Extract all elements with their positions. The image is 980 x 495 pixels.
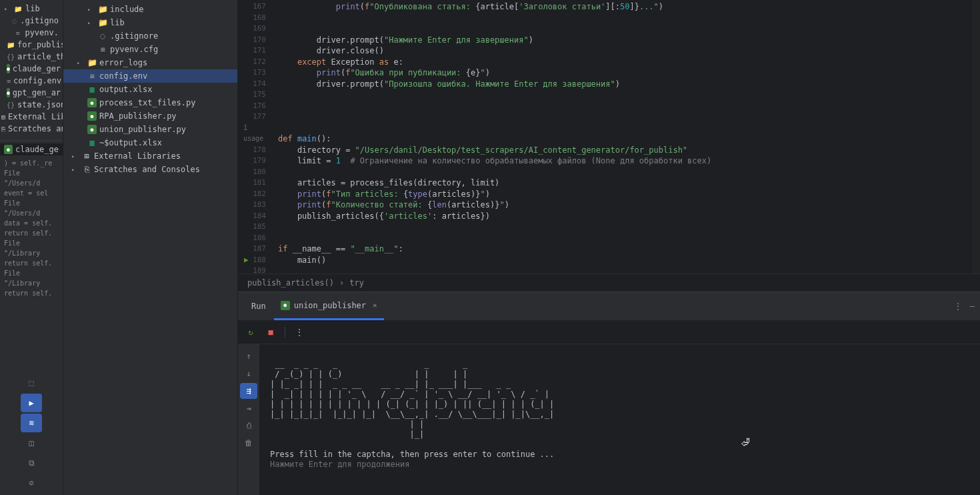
breadcrumb[interactable]: publish_articles() › try <box>238 274 980 292</box>
tree-item-label: ~$output.xlsx <box>99 138 162 147</box>
tree-row[interactable]: ▦~$output.xlsx <box>63 136 237 149</box>
project-mini-tree: ▸📁lib ◌.gitigno ≡pyvenv. 📁for_publis {}a… <box>0 0 63 137</box>
minimize-icon[interactable]: — <box>970 302 975 311</box>
editor-gutter[interactable]: 1671681691701711721731741751761771 usage… <box>238 0 271 274</box>
mini-external[interactable]: ⊞External Libra <box>0 111 63 123</box>
run-tab-label: union_publisher <box>294 301 366 310</box>
py-icon: ● <box>87 98 97 107</box>
print-icon[interactable]: ⎙ <box>240 418 257 434</box>
run-tool-icon[interactable]: ▶ <box>21 394 42 412</box>
left-tool-buttons: ⬚ ▶ ≋ ◫ ⧉ ⊘ <box>0 371 63 495</box>
file-icon: ◌ <box>98 31 107 41</box>
code-editor[interactable]: 1671681691701711721731741751761771 usage… <box>238 0 980 274</box>
console-line: Press fill in the captcha, then press en… <box>270 450 554 459</box>
chevron-right-icon: › <box>339 278 344 288</box>
folder-icon: 📁 <box>98 5 107 14</box>
terminal-icon[interactable]: ⧉ <box>21 454 42 472</box>
mouse-cursor-icon: ⮰ <box>741 438 750 448</box>
folder-icon: 📁 <box>87 58 97 67</box>
tree-item-label: output.xlsx <box>99 85 152 94</box>
up-icon[interactable]: ↑ <box>240 348 257 364</box>
tree-row[interactable]: ▸📁include <box>63 3 237 16</box>
mini-scratches[interactable]: ⎘Scratches an <box>0 123 63 135</box>
breadcrumb-item[interactable]: publish_articles() <box>247 278 334 288</box>
mini-item[interactable]: {}article_then <box>0 51 63 63</box>
background-trace: ) = self._reFile "/Users/d event = selFi… <box>0 155 63 301</box>
breadcrumb-item[interactable]: try <box>349 278 364 288</box>
tree-row[interactable]: ▸📁error_logs <box>63 56 237 69</box>
project-tree[interactable]: ▸📁include▸📁lib◌.gitignore≡pyvenv.cfg▸📁er… <box>63 0 238 495</box>
run-tab-bar: Run ● union_publisher ✕ ⋮ — <box>238 292 980 320</box>
tree-item-label: lib <box>110 18 125 27</box>
tree-external-libraries[interactable]: ▸⊞External Libraries <box>63 149 237 163</box>
tree-item-label: union_publisher.py <box>99 125 186 134</box>
mini-item[interactable]: 📁for_publis <box>0 39 63 51</box>
run-toolbar: ↻ ■ ⋮ <box>238 320 980 344</box>
tree-row[interactable]: ●process_txt_files.py <box>63 96 237 109</box>
console-line: Нажмите Enter для продолжения <box>270 460 410 469</box>
py-icon: ● <box>87 111 97 121</box>
tree-scratches[interactable]: ▸⎘Scratches and Consoles <box>63 163 237 176</box>
close-icon[interactable]: ✕ <box>373 301 377 310</box>
run-console-output[interactable]: __ _ _ _ _ _ _ / _(_) | | (_) | | | | | … <box>259 344 980 495</box>
tree-row[interactable]: ●union_publisher.py <box>63 123 237 136</box>
run-tool-window: Run ● union_publisher ✕ ⋮ — ↻ ■ ⋮ <box>238 292 980 495</box>
mini-item[interactable]: ▸📁lib <box>0 3 63 15</box>
mini-item[interactable]: ●gpt_gen_ar <box>0 87 63 99</box>
down-icon[interactable]: ↓ <box>240 366 257 382</box>
tree-item-label: error_logs <box>99 58 147 67</box>
folder-icon: 📁 <box>98 18 107 27</box>
mini-item[interactable]: ◌.gitigno <box>0 15 63 27</box>
scroll-to-end-icon[interactable]: ⇥ <box>240 400 257 416</box>
tree-row[interactable]: ●RPA_publisher.py <box>63 109 237 123</box>
mini-item[interactable]: ≡config.env <box>0 75 63 87</box>
tree-row[interactable]: ▦output.xlsx <box>63 83 237 96</box>
structure-icon[interactable]: ◫ <box>21 434 42 452</box>
clear-icon[interactable]: 🗑 <box>240 435 257 451</box>
problems-icon[interactable]: ⊘ <box>21 474 42 492</box>
run-side-toolbar: ↑ ↓ ⇶ ⇥ ⎙ 🗑 <box>238 344 259 495</box>
tree-item-label: pyvenv.cfg <box>110 45 158 54</box>
tree-item-label: include <box>110 5 144 14</box>
tree-row[interactable]: ≡pyvenv.cfg <box>63 43 237 56</box>
tree-row[interactable]: ≡config.env <box>63 69 237 83</box>
editor-scrollbar[interactable] <box>972 0 980 274</box>
background-editor-tab[interactable]: ●claude_ge <box>0 143 63 155</box>
services-icon[interactable]: ≋ <box>21 414 42 432</box>
tree-item-label: process_txt_files.py <box>99 98 196 107</box>
py-icon: ● <box>87 125 97 134</box>
tree-item-label: RPA_publisher.py <box>99 111 177 121</box>
tree-row[interactable]: ▸📁lib <box>63 16 237 29</box>
lines-icon: ≡ <box>87 71 97 81</box>
code-body[interactable]: print(f"Опубликована статья: {article['З… <box>271 0 972 274</box>
xlsx-icon: ▦ <box>87 85 97 94</box>
rerun-button[interactable]: ↻ <box>243 325 258 340</box>
run-config-tab[interactable]: ● union_publisher ✕ <box>274 292 384 320</box>
tool-window-bar: ▸📁lib ◌.gitigno ≡pyvenv. 📁for_publis {}a… <box>0 0 63 495</box>
python-icon: ● <box>281 301 290 310</box>
more-icon[interactable]: ⋮ <box>954 302 962 311</box>
mini-item[interactable]: ≡pyvenv. <box>0 27 63 39</box>
tree-row[interactable]: ◌.gitignore <box>63 29 237 43</box>
stop-button[interactable]: ■ <box>263 325 278 340</box>
ascii-banner: __ _ _ _ _ _ _ / _(_) | | (_) | | | | | … <box>270 360 554 439</box>
lines-icon: ≡ <box>98 45 107 54</box>
mini-item[interactable]: {}state.json <box>0 99 63 111</box>
tree-item-label: config.env <box>99 71 147 81</box>
mini-item[interactable]: ●claude_ger <box>0 63 63 75</box>
xlsx-icon: ▦ <box>87 138 97 147</box>
run-title: Run <box>243 302 274 311</box>
more-actions-icon[interactable]: ⋮ <box>292 325 307 340</box>
tree-item-label: .gitignore <box>110 31 158 41</box>
python-packages-icon[interactable]: ⬚ <box>21 374 42 392</box>
soft-wrap-icon[interactable]: ⇶ <box>240 383 257 399</box>
